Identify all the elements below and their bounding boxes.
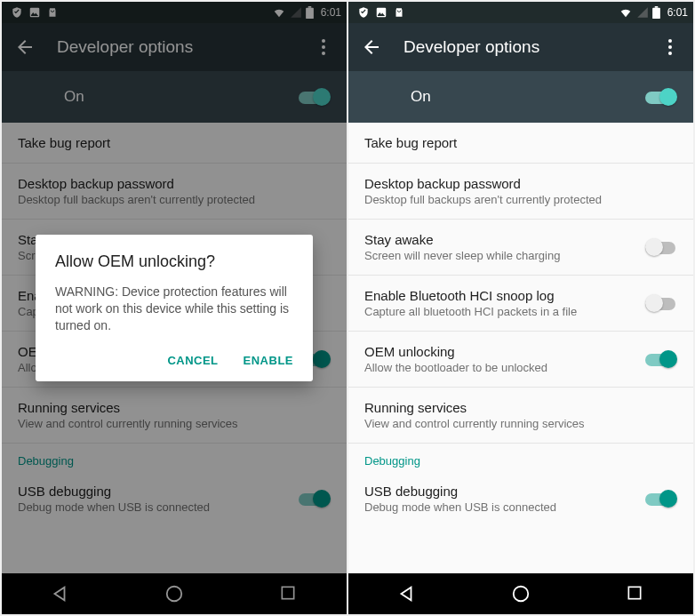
master-toggle-row[interactable]: On	[348, 71, 693, 123]
status-bar: 6:01	[348, 2, 693, 23]
svg-point-12	[668, 45, 672, 49]
svg-point-13	[668, 52, 672, 55]
usb-debug-toggle-switch[interactable]	[645, 490, 677, 508]
nav-home-icon[interactable]	[511, 584, 531, 604]
oem-toggle-switch[interactable]	[645, 350, 677, 368]
overflow-menu-icon[interactable]	[659, 36, 681, 58]
image-icon	[375, 6, 387, 19]
row-subtitle: View and control currently running servi…	[364, 417, 677, 430]
battery-icon	[652, 6, 660, 19]
phone-left: 6:01 Developer options On Take bug repor…	[2, 2, 347, 614]
wifi-icon	[619, 6, 633, 19]
svg-rect-9	[652, 8, 660, 19]
row-title: Take bug report	[364, 135, 677, 150]
row-title: USB debugging	[364, 484, 645, 499]
row-title: Desktop backup password	[364, 176, 677, 191]
row-title: Running services	[364, 400, 677, 415]
row-usb-debugging[interactable]: USB debugging Debug mode when USB is con…	[348, 471, 693, 526]
oem-unlock-dialog: Allow OEM unlocking? WARNING: Device pro…	[36, 235, 313, 381]
phone-right: 6:01 Developer options On Take bug repor…	[348, 2, 693, 614]
master-toggle-label: On	[411, 88, 645, 106]
row-subtitle: Allow the bootloader to be unlocked	[364, 361, 645, 374]
svg-point-11	[668, 39, 672, 43]
row-oem-unlocking[interactable]: OEM unlocking Allow the bootloader to be…	[348, 332, 693, 388]
stay-awake-toggle-switch[interactable]	[645, 238, 677, 256]
row-stay-awake[interactable]: Stay awake Screen will never sleep while…	[348, 220, 693, 276]
svg-rect-15	[629, 587, 641, 598]
app-bar: Developer options	[348, 23, 693, 71]
signal-icon	[636, 6, 649, 19]
row-bug-report[interactable]: Take bug report	[348, 123, 693, 164]
settings-list: Take bug report Desktop backup password …	[348, 123, 693, 573]
section-debugging: Debugging	[348, 444, 693, 471]
bt-hci-toggle-switch[interactable]	[645, 294, 677, 312]
row-subtitle: Screen will never sleep while charging	[364, 249, 645, 262]
row-title: Stay awake	[364, 232, 645, 247]
antivirus-icon	[357, 6, 370, 19]
row-subtitle: Debug mode when USB is connected	[364, 500, 645, 514]
dialog-body: WARNING: Device protection features will…	[55, 284, 293, 334]
row-running-services[interactable]: Running services View and control curren…	[348, 388, 693, 444]
dialog-title: Allow OEM unlocking?	[55, 252, 293, 271]
row-subtitle: Desktop full backups aren't currently pr…	[364, 193, 677, 206]
svg-rect-10	[654, 6, 658, 8]
svg-point-14	[514, 587, 529, 602]
master-toggle-switch[interactable]	[645, 88, 677, 106]
status-time: 6:01	[667, 6, 688, 19]
nav-recent-icon[interactable]	[626, 584, 645, 604]
store-icon	[393, 6, 405, 19]
row-subtitle: Capture all bluetooth HCI packets in a f…	[364, 305, 645, 318]
row-title: Enable Bluetooth HCI snoop log	[364, 288, 645, 303]
row-backup-password[interactable]: Desktop backup password Desktop full bac…	[348, 164, 693, 220]
nav-back-icon[interactable]	[396, 584, 416, 604]
back-icon[interactable]	[361, 36, 382, 58]
enable-button[interactable]: Enable	[244, 354, 293, 367]
row-title: OEM unlocking	[364, 344, 645, 359]
page-title: Developer options	[403, 37, 659, 57]
nav-bar	[348, 573, 693, 614]
cancel-button[interactable]: Cancel	[167, 354, 218, 367]
row-bluetooth-hci[interactable]: Enable Bluetooth HCI snoop log Capture a…	[348, 276, 693, 332]
